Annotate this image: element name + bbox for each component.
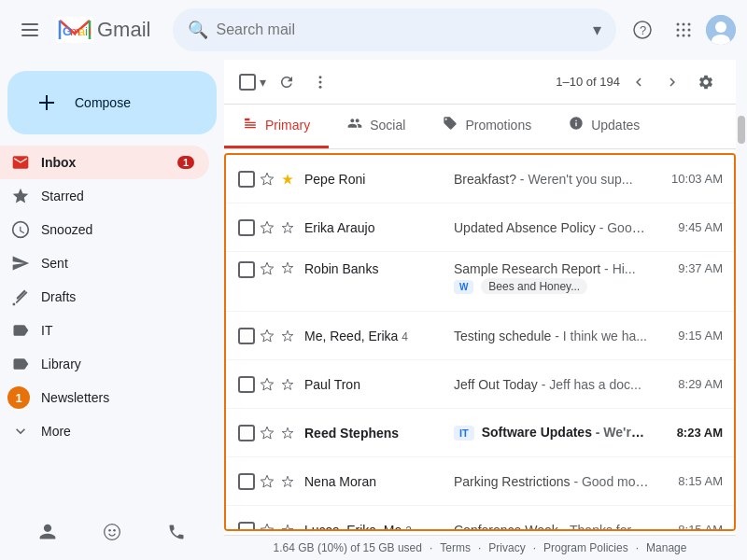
select-dropdown-arrow[interactable]: ▾: [258, 73, 268, 91]
row-star[interactable]: [256, 329, 278, 343]
header-right: ?: [624, 11, 736, 49]
svg-point-17: [677, 35, 680, 37]
tab-promotions[interactable]: Promotions: [424, 105, 550, 148]
row-star[interactable]: [256, 377, 278, 392]
row-important[interactable]: [278, 427, 297, 440]
row-important[interactable]: [278, 329, 297, 343]
storage-info: 1.64 GB (10%) of 15 GB used: [274, 541, 422, 554]
row-important[interactable]: [278, 261, 297, 274]
contacts-button[interactable]: [29, 513, 66, 551]
inbox-settings-button[interactable]: [691, 67, 721, 97]
prev-page-button[interactable]: [624, 67, 654, 97]
row-important[interactable]: [278, 524, 297, 532]
svg-point-21: [715, 21, 726, 33]
terms-link[interactable]: Terms: [440, 541, 471, 554]
snoozed-label: Snoozed: [41, 222, 194, 237]
svg-point-30: [319, 80, 322, 83]
svg-point-13: [688, 23, 691, 26]
promotions-tab-icon: [443, 116, 458, 134]
email-row[interactable]: Me, Reed, Erika 4 Testing schedule - I t…: [226, 312, 734, 360]
row-checkbox[interactable]: [237, 261, 256, 278]
next-page-button[interactable]: [657, 67, 687, 97]
help-button[interactable]: ?: [624, 11, 661, 49]
email-row[interactable]: Paul Tron Jeff Out Today - Jeff has a do…: [226, 360, 734, 409]
email-row[interactable]: Robin Banks Sample Research Report - Hi.…: [226, 252, 734, 312]
svg-rect-33: [245, 122, 256, 123]
row-important[interactable]: [278, 173, 297, 186]
tab-social[interactable]: Social: [329, 105, 424, 148]
row-time: 8:23 AM: [657, 426, 723, 440]
sidebar-item-drafts[interactable]: Drafts: [0, 280, 209, 314]
select-all-checkbox[interactable]: [239, 74, 256, 91]
row-subject: IT Software Updates - We're go...: [446, 425, 657, 441]
search-input[interactable]: [216, 21, 585, 38]
more-options-button[interactable]: [305, 67, 335, 97]
svg-point-31: [319, 85, 322, 88]
sidebar-item-snoozed[interactable]: Snoozed: [0, 213, 209, 246]
row-star[interactable]: [256, 261, 278, 276]
logo-text: Gmail: [97, 18, 150, 42]
svg-point-18: [683, 35, 685, 37]
row-time: 8:15 AM: [657, 474, 723, 488]
newsletters-label: Newsletters: [41, 390, 194, 405]
row-important[interactable]: [278, 475, 297, 488]
hamburger-button[interactable]: [11, 11, 49, 49]
gmail-logo: G m a i l Gmail: [56, 17, 150, 43]
avatar[interactable]: [706, 15, 736, 45]
row-checkbox[interactable]: [237, 219, 256, 236]
row-checkbox[interactable]: [237, 425, 256, 441]
sidebar-item-starred[interactable]: Starred: [0, 179, 209, 213]
footer-separator: ·: [478, 541, 481, 554]
select-checkbox-area[interactable]: ▾: [239, 73, 268, 91]
tab-updates[interactable]: Updates: [550, 105, 658, 148]
row-checkbox[interactable]: [237, 171, 256, 188]
row-subject: Updated Absence Policy - Good...: [446, 220, 657, 235]
phone-button[interactable]: [158, 513, 195, 551]
sidebar-item-sent[interactable]: Sent: [0, 246, 209, 280]
svg-point-27: [108, 529, 111, 532]
word-attachment-badge: W: [454, 280, 473, 294]
row-checkbox[interactable]: [237, 522, 256, 532]
row-star[interactable]: [256, 220, 278, 235]
page-info: 1–10 of 194: [556, 75, 620, 89]
row-checkbox[interactable]: [237, 328, 256, 344]
sidebar-item-library[interactable]: Library: [0, 347, 209, 381]
sent-label: Sent: [41, 256, 194, 271]
sidebar-item-inbox[interactable]: Inbox 1: [0, 146, 209, 179]
row-important[interactable]: [278, 221, 297, 234]
apps-button[interactable]: [665, 11, 702, 49]
row-sender: Pepe Roni: [297, 172, 446, 187]
email-row[interactable]: Lucas, Erika, Me 3 Conference Week - Tha…: [226, 506, 734, 531]
tab-primary[interactable]: Primary: [224, 105, 329, 148]
refresh-button[interactable]: [272, 67, 302, 97]
email-row[interactable]: Erika Araujo Updated Absence Policy - Go…: [226, 203, 734, 252]
email-row[interactable]: Nena Moran Parking Restrictions - Good m…: [226, 457, 734, 506]
program-policies-link[interactable]: Program Policies: [543, 541, 628, 554]
manage-link[interactable]: Manage: [646, 541, 686, 554]
search-dropdown-icon[interactable]: ▾: [593, 20, 601, 40]
svg-point-16: [688, 29, 691, 32]
privacy-link[interactable]: Privacy: [488, 541, 525, 554]
row-star[interactable]: [256, 474, 278, 489]
email-row[interactable]: Reed Stephens IT Software Updates - We'r…: [226, 409, 734, 457]
snoozed-icon: [11, 220, 30, 239]
svg-point-12: [683, 23, 685, 26]
row-star[interactable]: [256, 426, 278, 441]
inbox-badge: 1: [177, 156, 194, 169]
scroll-indicator[interactable]: [738, 116, 745, 144]
compose-button[interactable]: Compose: [7, 71, 217, 134]
row-checkbox[interactable]: [237, 473, 256, 490]
tab-updates-label: Updates: [591, 118, 640, 133]
svg-point-19: [688, 35, 691, 37]
emoji-button[interactable]: [93, 513, 131, 551]
row-checkbox[interactable]: [237, 376, 256, 393]
sidebar-item-more[interactable]: More: [0, 414, 209, 448]
row-star[interactable]: [256, 523, 278, 532]
row-important[interactable]: [278, 378, 297, 391]
email-row[interactable]: Pepe Roni Breakfast? - Weren't you sup..…: [226, 155, 734, 203]
sidebar-item-newsletters[interactable]: Newsletters 1: [0, 381, 209, 414]
row-star[interactable]: [256, 172, 278, 187]
sidebar-item-it[interactable]: IT: [0, 314, 209, 347]
search-icon: 🔍: [188, 20, 208, 40]
header: G m a i l Gmail 🔍 ▾ ?: [0, 0, 747, 60]
